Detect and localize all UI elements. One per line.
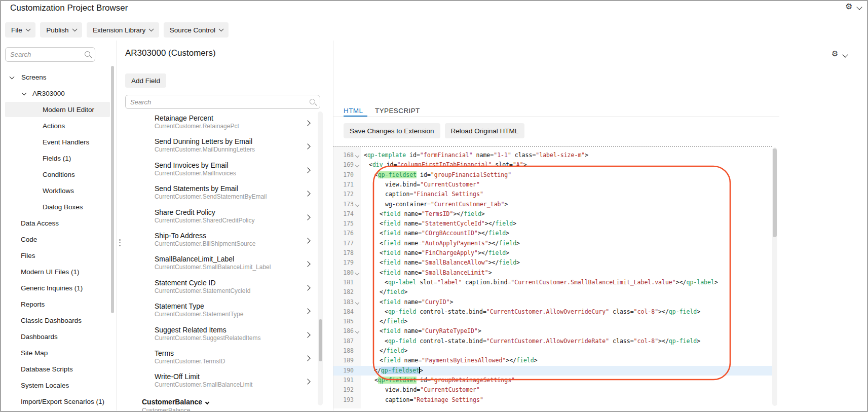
code-line[interactable]: 187<qp-field control-state.bind="Current… — [333, 336, 772, 346]
field-list-item[interactable]: Send Statements by EmailCurrentCustomer.… — [125, 184, 319, 207]
field-binding: CurrentCustomer.SmallBalanceLimit_Label — [155, 264, 271, 271]
code-line[interactable]: 193caption="Retainage Settings" — [333, 395, 772, 405]
fold-icon[interactable] — [355, 271, 359, 275]
extension-library-menu-button[interactable]: Extension Library — [87, 22, 159, 38]
sidebar-item-system-locales[interactable]: System Locales — [0, 377, 116, 393]
sidebar-item-modern-ui-files-1-[interactable]: Modern UI Files (1) — [0, 264, 116, 280]
sidebar-item-label: Dashboards — [0, 333, 58, 341]
code-line[interactable]: 170<qp-fieldset id="groupFinancialSettin… — [333, 170, 772, 180]
sidebar-item-reports[interactable]: Reports — [0, 296, 116, 312]
code-line[interactable]: 168<qp-template id="formFinancial" name=… — [333, 151, 772, 160]
code-segment: slot= — [416, 279, 437, 286]
sidebar-item-files[interactable]: Files — [0, 247, 116, 264]
fold-icon[interactable] — [355, 163, 359, 167]
field-list-item[interactable]: Retainage PercentCurrentCustomer.Retaina… — [125, 114, 319, 137]
code-line[interactable]: 171view.bind="CurrentCustomer" — [333, 180, 772, 190]
code-segment: "StatementCycleId" — [422, 220, 485, 227]
code-line[interactable]: 179<field name="SmallBalanceAllow"></fie… — [333, 258, 772, 268]
code-line[interactable]: 174<field name="TermsID"></field> — [333, 209, 772, 219]
field-list-item[interactable]: Share Credit PolicyCurrentCustomer.Share… — [125, 208, 319, 231]
field-list-item[interactable]: Suggest Related ItemsCurrentCustomer.Sug… — [125, 325, 319, 349]
field-list-scrollbar-thumb[interactable] — [319, 319, 322, 361]
field-list-scrollbar-track[interactable] — [318, 111, 323, 405]
sidebar-item-import-export-scenarios-1-[interactable]: Import/Export Scenarios (1) — [0, 393, 116, 409]
fold-icon[interactable] — [355, 154, 359, 158]
code-line[interactable]: 175<field name="StatementCycleId"></fiel… — [333, 219, 772, 229]
code-line[interactable]: 173wg-container="CurrentCustomer_tab"> — [333, 200, 772, 209]
code-line[interactable]: 176<field name="COrgBAccountID"></field> — [333, 229, 772, 238]
sidebar-item-modern-ui-editor[interactable]: Modern UI Editor — [0, 101, 116, 118]
code-line[interactable]: 186<field name="CuryRateTypeID"> — [333, 326, 772, 336]
fold-icon[interactable] — [355, 202, 359, 206]
sidebar-item-dashboards[interactable]: Dashboards — [0, 328, 116, 345]
sidebar-item-conditions[interactable]: Conditions — [0, 166, 116, 182]
sidebar-item-site-map[interactable]: Site Map — [0, 345, 116, 361]
code-line[interactable]: 184<qp-field control-state.bind="Current… — [333, 307, 772, 317]
field-group-customerbalance[interactable]: CustomerBalanceCustomerBalance — [125, 397, 319, 412]
sidebar-item-classic-dashboards[interactable]: Classic Dashboards — [0, 312, 116, 328]
field-list-item[interactable]: Ship-To AddressCurrentCustomer.BillShipm… — [125, 231, 319, 254]
code-segment: ></ — [488, 259, 499, 266]
chevron-down-icon[interactable] — [842, 52, 848, 57]
editor-scrollbar-thumb[interactable] — [773, 148, 777, 237]
code-line[interactable]: 188</field> — [333, 346, 772, 356]
source-control-menu-button[interactable]: Source Control — [164, 22, 229, 38]
chevron-down-icon[interactable] — [856, 4, 862, 10]
code-line[interactable]: 185</field> — [333, 317, 772, 326]
code-line[interactable]: 191<qp-fieldset id="groupRetainageSettin… — [333, 376, 772, 385]
field-list-item[interactable]: Statement Cycle IDCurrentCustomer.Statem… — [125, 278, 319, 302]
code-segment: < — [374, 171, 378, 178]
fold-icon[interactable] — [355, 300, 359, 304]
code-line[interactable]: 192view.bind="CurrentCustomer" — [333, 385, 772, 395]
add-field-button[interactable]: Add Field — [125, 73, 166, 88]
tab-html[interactable]: HTML — [344, 107, 363, 115]
publish-menu-button[interactable]: Publish — [40, 22, 82, 38]
line-number: 172 — [333, 190, 354, 199]
code-line[interactable]: 169<div id="columnFirstInTabFinancial" s… — [333, 160, 772, 170]
chevron-right-icon — [305, 261, 310, 267]
code-segment: "CurrentCustomer" — [420, 386, 480, 393]
code-line[interactable]: 178<field name="FinChargeApply"></field> — [333, 248, 772, 258]
sidebar-item-actions[interactable]: Actions — [0, 118, 116, 134]
code-line[interactable]: 181<qp-label slot="label" caption.bind="… — [333, 278, 772, 287]
file-menu-button[interactable]: File — [5, 22, 35, 38]
field-list-item[interactable]: Statement TypeCurrentCustomer.StatementT… — [125, 302, 319, 325]
field-search-input[interactable] — [126, 95, 320, 108]
sidebar-search-input[interactable] — [6, 48, 95, 61]
sidebar-item-event-handlers[interactable]: Event Handlers — [0, 134, 116, 150]
line-number: 176 — [333, 229, 354, 238]
panel-resize-handle[interactable] — [119, 239, 121, 248]
sidebar-item-data-access[interactable]: Data Access — [0, 215, 116, 231]
field-list-item[interactable]: Send Invoices by EmailCurrentCustomer.Ma… — [125, 161, 319, 184]
code-line[interactable]: 172caption="Financial Settings" — [333, 190, 772, 199]
sidebar-item-screens[interactable]: Screens — [0, 69, 116, 85]
code-line[interactable]: 180<field name="SmallBalanceLimit"> — [333, 268, 772, 278]
save-changes-button[interactable]: Save Changes to Extension — [344, 123, 440, 138]
field-list-item[interactable]: Write-Off LimitCurrentCustomer.SmallBala… — [125, 372, 319, 395]
code-text: </field> — [364, 346, 407, 356]
sidebar-item-code[interactable]: Code — [0, 231, 116, 247]
sidebar-item-dialog-boxes[interactable]: Dialog Boxes — [0, 199, 116, 215]
sidebar-item-database-scripts[interactable]: Database Scripts — [0, 361, 116, 377]
sidebar-item-ar303000[interactable]: AR303000 — [0, 85, 116, 101]
fold-icon[interactable] — [355, 329, 359, 333]
code-line[interactable]: 182</field> — [333, 287, 772, 297]
code-line[interactable]: 189<field name="PaymentsByLinesAllowed">… — [333, 356, 772, 365]
sidebar-item-generic-inquiries-1-[interactable]: Generic Inquiries (1) — [0, 280, 116, 296]
gear-icon[interactable]: ⚙ — [832, 49, 838, 58]
code-text: view.bind="CurrentCustomer" — [364, 385, 480, 395]
reload-original-html-button[interactable]: Reload Original HTML — [445, 123, 525, 138]
field-list-item[interactable]: SmallBalanceLimit_LabelCurrentCustomer.S… — [125, 254, 319, 278]
code-editor[interactable]: 168<qp-template id="formFinancial" name=… — [333, 147, 772, 408]
tab-typescript[interactable]: TYPESCRIPT — [375, 107, 420, 115]
sidebar-item-workflows[interactable]: Workflows — [0, 182, 116, 199]
sidebar-item-fields-1-[interactable]: Fields (1) — [0, 150, 116, 166]
sidebar-scrollbar-thumb[interactable] — [111, 66, 114, 313]
code-line[interactable]: 190</qp-fieldset> — [333, 366, 772, 376]
gear-icon[interactable]: ⚙ — [845, 2, 852, 11]
field-list-item[interactable]: TermsCurrentCustomer.TermsID — [125, 349, 319, 372]
code-line[interactable]: 177<field name="AutoApplyPayments"></fie… — [333, 239, 772, 248]
code-line[interactable]: 183<field name="CuryID"> — [333, 297, 772, 307]
chevron-right-icon — [305, 332, 310, 338]
field-list-item[interactable]: Send Dunning Letters by EmailCurrentCust… — [125, 137, 319, 160]
